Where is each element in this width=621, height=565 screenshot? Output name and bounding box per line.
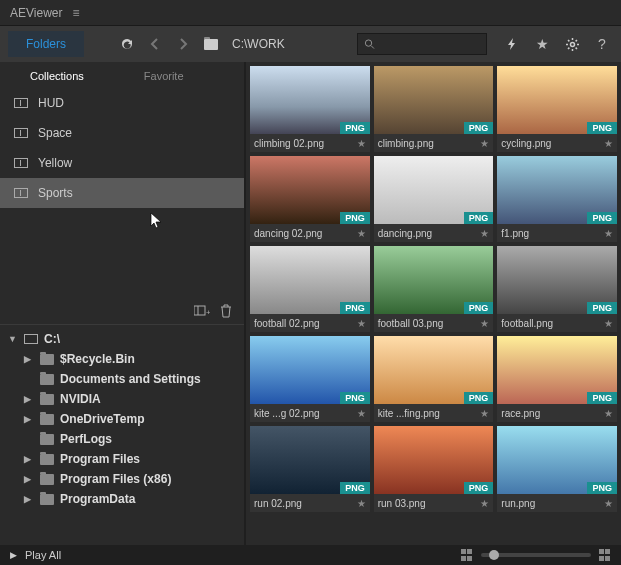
svg-rect-3 xyxy=(194,306,205,315)
collection-icon xyxy=(14,128,28,138)
favorite-star-icon[interactable]: ★ xyxy=(480,318,489,329)
grid-large-icon[interactable] xyxy=(599,549,611,561)
titlebar: AEViewer ≡ xyxy=(0,0,621,26)
refresh-icon[interactable] xyxy=(116,33,138,55)
lightning-icon[interactable] xyxy=(501,33,523,55)
favorite-star-icon[interactable]: ★ xyxy=(357,228,366,239)
add-collection-icon[interactable]: + xyxy=(194,304,210,318)
sidebar-item-yellow[interactable]: Yellow xyxy=(0,148,244,178)
back-icon[interactable] xyxy=(144,33,166,55)
folder-icon xyxy=(40,354,54,365)
thumbnail[interactable]: PNGfootball 03.png★ xyxy=(374,246,494,332)
path-input[interactable] xyxy=(228,33,328,55)
folder-icon xyxy=(40,494,54,505)
thumbnail[interactable]: PNGfootball 02.png★ xyxy=(250,246,370,332)
gear-icon[interactable] xyxy=(561,33,583,55)
zoom-slider[interactable] xyxy=(481,553,591,557)
thumbnail[interactable]: PNGkite ...fing.png★ xyxy=(374,336,494,422)
format-badge: PNG xyxy=(464,482,494,494)
favorite-star-icon[interactable]: ★ xyxy=(604,498,613,509)
play-icon[interactable]: ▶ xyxy=(10,550,17,560)
thumbnail[interactable]: PNGkite ...g 02.png★ xyxy=(250,336,370,422)
chevron-right-icon[interactable]: ▶ xyxy=(24,454,34,464)
format-badge: PNG xyxy=(464,122,494,134)
tab-collections[interactable]: Collections xyxy=(30,70,84,82)
favorite-star-icon[interactable]: ★ xyxy=(480,228,489,239)
favorite-star-icon[interactable]: ★ xyxy=(357,138,366,149)
favorite-star-icon[interactable]: ★ xyxy=(604,228,613,239)
folder-icon[interactable] xyxy=(200,33,222,55)
favorite-star-icon[interactable]: ★ xyxy=(604,408,613,419)
trash-icon[interactable] xyxy=(220,304,232,318)
thumbnail[interactable]: PNGcycling.png★ xyxy=(497,66,617,152)
thumbnail[interactable]: PNGrun 02.png★ xyxy=(250,426,370,512)
tree-item[interactable]: ▶Program Files (x86) xyxy=(0,469,244,489)
tab-favorite[interactable]: Favorite xyxy=(144,70,184,82)
thumbnail[interactable]: PNGdancing.png★ xyxy=(374,156,494,242)
thumbnail-image: PNG xyxy=(374,246,494,314)
sidebar-item-space[interactable]: Space xyxy=(0,118,244,148)
tree-item-label: Documents and Settings xyxy=(60,372,201,386)
favorite-star-icon[interactable]: ★ xyxy=(480,408,489,419)
collection-icon xyxy=(14,98,28,108)
chevron-right-icon[interactable]: ▶ xyxy=(24,414,34,424)
forward-icon[interactable] xyxy=(172,33,194,55)
play-all-button[interactable]: Play All xyxy=(25,549,61,561)
sidebar-item-hud[interactable]: HUD xyxy=(0,88,244,118)
thumbnail[interactable]: PNGdancing 02.png★ xyxy=(250,156,370,242)
tree-item[interactable]: ▶NVIDIA xyxy=(0,389,244,409)
thumbnail[interactable]: PNGclimbing 02.png★ xyxy=(250,66,370,152)
thumbnail-name: run 03.png xyxy=(378,498,426,509)
thumbnail[interactable]: PNGrun.png★ xyxy=(497,426,617,512)
thumbnail-caption: f1.png★ xyxy=(497,224,617,242)
sidebar-item-label: HUD xyxy=(38,96,64,110)
tree-root[interactable]: ▼ C:\ xyxy=(0,329,244,349)
favorite-star-icon[interactable]: ★ xyxy=(480,138,489,149)
thumbnail[interactable]: PNGf1.png★ xyxy=(497,156,617,242)
search-box[interactable] xyxy=(357,33,487,55)
favorite-star-icon[interactable]: ★ xyxy=(604,318,613,329)
thumbnail-name: cycling.png xyxy=(501,138,551,149)
sidebar-item-label: Yellow xyxy=(38,156,72,170)
thumbnail-image: PNG xyxy=(250,426,370,494)
folders-button[interactable]: Folders xyxy=(8,31,84,57)
favorite-star-icon[interactable]: ★ xyxy=(357,408,366,419)
tree-item[interactable]: ▶$Recycle.Bin xyxy=(0,349,244,369)
svg-point-0 xyxy=(365,40,371,46)
tree-item[interactable]: ▶ProgramData xyxy=(0,489,244,509)
thumbnail-image: PNG xyxy=(374,156,494,224)
tree-item[interactable]: PerfLogs xyxy=(0,429,244,449)
tree-root-label: C:\ xyxy=(44,332,60,346)
star-icon[interactable]: ★ xyxy=(531,33,553,55)
thumbnail-image: PNG xyxy=(497,156,617,224)
tree-item-label: $Recycle.Bin xyxy=(60,352,135,366)
sidebar-item-sports[interactable]: Sports xyxy=(0,178,244,208)
tree-item[interactable]: ▶OneDriveTemp xyxy=(0,409,244,429)
thumbnail-name: kite ...fing.png xyxy=(378,408,440,419)
hamburger-icon[interactable]: ≡ xyxy=(72,6,79,20)
thumbnail[interactable]: PNGrun 03.png★ xyxy=(374,426,494,512)
thumbnail-name: dancing.png xyxy=(378,228,433,239)
thumbnail[interactable]: PNGclimbing.png★ xyxy=(374,66,494,152)
search-input[interactable] xyxy=(375,38,480,50)
chevron-right-icon[interactable]: ▶ xyxy=(24,354,34,364)
thumbnail[interactable]: PNGrace.png★ xyxy=(497,336,617,422)
favorite-star-icon[interactable]: ★ xyxy=(357,498,366,509)
thumbnail-caption: race.png★ xyxy=(497,404,617,422)
chevron-right-icon[interactable]: ▶ xyxy=(24,494,34,504)
thumbnail-caption: run 03.png★ xyxy=(374,494,494,512)
favorite-star-icon[interactable]: ★ xyxy=(357,318,366,329)
folder-icon xyxy=(40,414,54,425)
slider-handle[interactable] xyxy=(489,550,499,560)
favorite-star-icon[interactable]: ★ xyxy=(480,498,489,509)
thumbnail[interactable]: PNGfootball.png★ xyxy=(497,246,617,332)
chevron-right-icon[interactable]: ▶ xyxy=(24,394,34,404)
tree-item[interactable]: ▶Program Files xyxy=(0,449,244,469)
chevron-down-icon[interactable]: ▼ xyxy=(8,334,18,344)
grid-small-icon[interactable] xyxy=(461,549,473,561)
thumbnail-caption: football 02.png★ xyxy=(250,314,370,332)
favorite-star-icon[interactable]: ★ xyxy=(604,138,613,149)
tree-item[interactable]: Documents and Settings xyxy=(0,369,244,389)
help-icon[interactable]: ? xyxy=(591,33,613,55)
chevron-right-icon[interactable]: ▶ xyxy=(24,474,34,484)
